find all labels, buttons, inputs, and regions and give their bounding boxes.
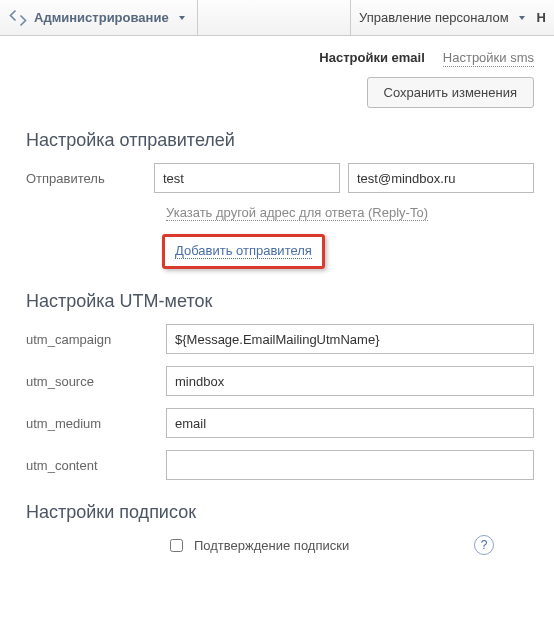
- utm-medium-input[interactable]: [166, 408, 534, 438]
- sender-label: Отправитель: [26, 171, 154, 186]
- add-sender-highlight: Добавить отправителя: [162, 234, 325, 269]
- utm-campaign-label: utm_campaign: [26, 332, 166, 347]
- senders-heading: Настройка отправителей: [26, 130, 534, 151]
- help-icon[interactable]: ?: [474, 535, 494, 555]
- reply-to-link[interactable]: Указать другой адрес для ответа (Reply-T…: [166, 205, 428, 221]
- utm-content-label: utm_content: [26, 458, 166, 473]
- utm-source-label: utm_source: [26, 374, 166, 389]
- chevron-down-icon: [519, 16, 525, 20]
- admin-menu[interactable]: Администрирование: [0, 0, 198, 35]
- save-button[interactable]: Сохранить изменения: [367, 77, 535, 108]
- chevron-down-icon: [179, 16, 185, 20]
- admin-label: Администрирование: [34, 10, 169, 25]
- tabs: Настройки email Настройки sms: [26, 50, 534, 67]
- right-menu-label: Управление персоналом: [359, 10, 509, 25]
- confirm-subscription-checkbox[interactable]: [170, 539, 183, 552]
- truncated-menu-label: Н: [537, 10, 546, 25]
- logo-icon: [8, 8, 28, 28]
- confirm-subscription-label: Подтверждение подписки: [194, 538, 349, 553]
- tab-sms[interactable]: Настройки sms: [443, 50, 534, 67]
- right-menu[interactable]: Управление персоналом Н: [350, 0, 554, 35]
- add-sender-link[interactable]: Добавить отправителя: [175, 243, 312, 259]
- utm-medium-label: utm_medium: [26, 416, 166, 431]
- sender-name-input[interactable]: [154, 163, 340, 193]
- utm-source-input[interactable]: [166, 366, 534, 396]
- topbar: Администрирование Управление персоналом …: [0, 0, 554, 36]
- tab-email[interactable]: Настройки email: [319, 50, 424, 66]
- utm-heading: Настройка UTM-меток: [26, 291, 534, 312]
- sender-email-input[interactable]: [348, 163, 534, 193]
- content: Настройки email Настройки sms Сохранить …: [0, 36, 554, 575]
- utm-content-input[interactable]: [166, 450, 534, 480]
- subs-heading: Настройки подписок: [26, 502, 534, 523]
- utm-campaign-input[interactable]: [166, 324, 534, 354]
